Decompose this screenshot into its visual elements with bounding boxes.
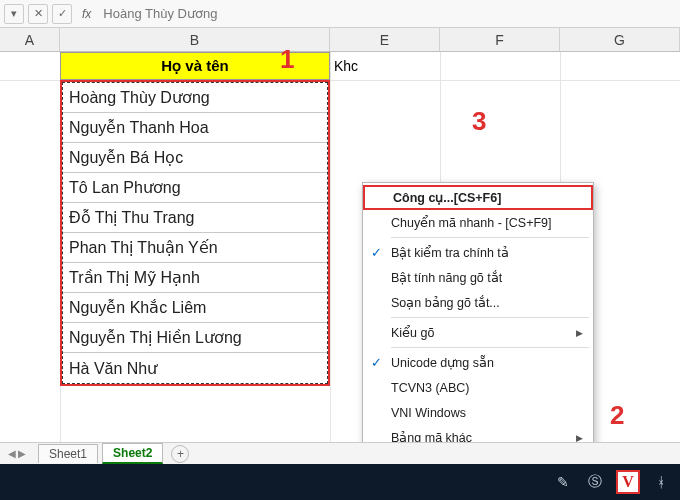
col-header-A[interactable]: A — [0, 28, 60, 51]
menu-item-input-method[interactable]: Kiểu gõ▶ — [363, 320, 593, 345]
confirm-button[interactable]: ✓ — [52, 4, 72, 24]
tray-unikey-icon[interactable]: V — [616, 470, 640, 494]
menu-item-unicode[interactable]: ✓Unicode dựng sẵn — [363, 350, 593, 375]
menu-item-convert[interactable]: Chuyển mã nhanh - [CS+F9] — [363, 210, 593, 235]
list-item[interactable]: Đỗ Thị Thu Trang — [63, 203, 327, 233]
list-item[interactable]: Nguyễn Khắc Liêm — [63, 293, 327, 323]
taskbar: ✎ Ⓢ V ᚼ — [0, 464, 680, 500]
annotation-1: 1 — [280, 44, 294, 75]
name-box-dropdown[interactable]: ▾ — [4, 4, 24, 24]
menu-label: Kiểu gõ — [391, 325, 434, 340]
sheet-tab-1[interactable]: Sheet1 — [38, 444, 98, 463]
chevron-right-icon: ▶ — [576, 433, 583, 443]
unikey-context-menu: Công cụ...[CS+F6] Chuyển mã nhanh - [CS+… — [362, 182, 594, 448]
list-item[interactable]: Nguyễn Thanh Hoa — [63, 113, 327, 143]
menu-item-compose-short[interactable]: Soạn bảng gõ tắt... — [363, 290, 593, 315]
column-headers: A B E F G — [0, 28, 680, 52]
menu-label: Soạn bảng gõ tắt... — [391, 295, 500, 310]
menu-item-autocomplete[interactable]: Bật tính năng gõ tắt — [363, 265, 593, 290]
list-item[interactable]: Phan Thị Thuận Yến — [63, 233, 327, 263]
col-header-F[interactable]: F — [440, 28, 560, 51]
col-header-E[interactable]: E — [330, 28, 440, 51]
sheet-nav[interactable]: ◀▶ — [8, 448, 26, 459]
formula-bar: ▾ ✕ ✓ fx Hoàng Thùy Dương — [0, 0, 680, 28]
menu-item-spellcheck[interactable]: ✓Bật kiểm tra chính tả — [363, 240, 593, 265]
menu-label: TCVN3 (ABC) — [391, 381, 469, 395]
list-item[interactable]: Nguyễn Bá Học — [63, 143, 327, 173]
spreadsheet-grid[interactable]: Họ và tên Khc Hoàng Thùy Dương Nguyễn Th… — [0, 52, 680, 448]
menu-label: Bật tính năng gõ tắt — [391, 270, 502, 285]
menu-item-vni[interactable]: VNI Windows — [363, 400, 593, 425]
chevron-right-icon: ▶ — [576, 328, 583, 338]
selection-range[interactable]: Hoàng Thùy Dương Nguyễn Thanh Hoa Nguyễn… — [60, 80, 330, 386]
annotation-3: 3 — [472, 106, 486, 137]
formula-text[interactable]: Hoàng Thùy Dương — [103, 6, 217, 21]
list-item[interactable]: Tô Lan Phương — [63, 173, 327, 203]
menu-item-tools[interactable]: Công cụ...[CS+F6] — [363, 185, 593, 210]
col-header-G[interactable]: G — [560, 28, 680, 51]
tray-bluetooth-icon[interactable]: ᚼ — [650, 471, 672, 493]
menu-separator — [391, 237, 589, 238]
sheet-tabs: ◀▶ Sheet1 Sheet2 + — [0, 442, 680, 464]
menu-separator — [391, 347, 589, 348]
menu-label: Bật kiểm tra chính tả — [391, 245, 509, 260]
add-sheet-button[interactable]: + — [171, 445, 189, 463]
list-item[interactable]: Nguyễn Thị Hiền Lương — [63, 323, 327, 353]
menu-label: Chuyển mã nhanh - [CS+F9] — [391, 215, 552, 230]
tray-pen-icon[interactable]: ✎ — [552, 471, 574, 493]
cell-kho[interactable]: Khc — [330, 52, 380, 80]
cancel-button[interactable]: ✕ — [28, 4, 48, 24]
menu-separator — [391, 317, 589, 318]
list-item[interactable]: Hoàng Thùy Dương — [63, 83, 327, 113]
check-icon: ✓ — [371, 245, 382, 260]
sheet-tab-2[interactable]: Sheet2 — [102, 443, 163, 464]
menu-label: Công cụ...[CS+F6] — [393, 190, 501, 205]
menu-item-tcvn3[interactable]: TCVN3 (ABC) — [363, 375, 593, 400]
check-icon: ✓ — [371, 355, 382, 370]
tray-skype-icon[interactable]: Ⓢ — [584, 471, 606, 493]
unikey-v-label: V — [622, 473, 634, 491]
menu-label: VNI Windows — [391, 406, 466, 420]
list-item[interactable]: Trần Thị Mỹ Hạnh — [63, 263, 327, 293]
list-item[interactable]: Hà Văn Như — [63, 353, 327, 383]
menu-label: Unicode dựng sẵn — [391, 355, 494, 370]
fx-label[interactable]: fx — [82, 7, 91, 21]
annotation-2: 2 — [610, 400, 624, 431]
